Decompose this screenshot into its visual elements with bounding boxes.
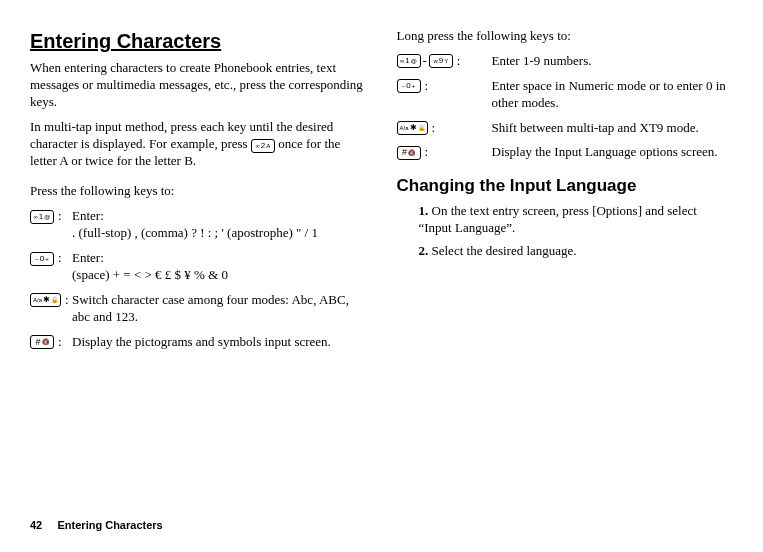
key-0-icon: –0+ <box>30 252 54 266</box>
key-2-icon: ∞2A <box>251 139 275 153</box>
colon: : <box>425 78 429 95</box>
colon: : <box>65 292 69 309</box>
colon: : <box>425 144 429 161</box>
long-row1-label: Enter 1-9 numbers. <box>492 53 734 70</box>
colon: : <box>432 120 436 137</box>
footer-title: Entering Characters <box>58 519 163 531</box>
colon: : <box>58 250 62 267</box>
press-intro: Press the following keys to: <box>30 183 367 200</box>
row2-detail: (space) + = < > € £ $ ¥ % & 0 <box>72 267 367 284</box>
heading-changing-input-language: Changing the Input Language <box>397 175 734 197</box>
key-9-icon: w9Y <box>429 54 453 68</box>
press-row-4: #🔇 : Display the pictograms and symbols … <box>30 334 367 351</box>
row3-label: Switch character case among four modes: … <box>72 292 367 326</box>
long-row2-label: Enter space in Numeric mode or to enter … <box>492 78 734 112</box>
long-row4-label: Display the Input Language options scree… <box>492 144 734 161</box>
long-row-4: #🔇 : Display the Input Language options … <box>397 144 734 161</box>
row2-label: Enter: <box>72 250 367 267</box>
row1-label: Enter: <box>72 208 367 225</box>
key-hash-icon: #🔇 <box>30 335 54 349</box>
colon: : <box>58 334 62 351</box>
long-row-1: ∞1@ - w9Y : Enter 1-9 numbers. <box>397 53 734 70</box>
colon: : <box>58 208 62 225</box>
press-row-2: –0+ : Enter: (space) + = < > € £ $ ¥ % &… <box>30 250 367 284</box>
key-star-icon: A/a✱🔒 <box>397 121 428 135</box>
colon: : <box>457 53 461 70</box>
intro-paragraph-1: When entering characters to create Phone… <box>30 60 367 111</box>
key-1-icon: ∞1@ <box>30 210 54 224</box>
key-star-icon: A/a✱🔒 <box>30 293 61 307</box>
step-1: 1. On the text entry screen, press [Opti… <box>415 203 734 237</box>
page-number: 42 <box>30 519 42 531</box>
long-row3-label: Shift between multi-tap and XT9 mode. <box>492 120 734 137</box>
row1-detail: . (full-stop) , (comma) ? ! : ; ' (apost… <box>72 225 367 242</box>
row4-label: Display the pictograms and symbols input… <box>72 334 367 351</box>
step-2: 2. Select the desired language. <box>415 243 734 260</box>
key-hash-icon: #🔇 <box>397 146 421 160</box>
heading-entering-characters: Entering Characters <box>30 28 367 54</box>
intro-paragraph-2: In multi-tap input method, press each ke… <box>30 119 367 170</box>
long-row-2: –0+ : Enter space in Numeric mode or to … <box>397 78 734 112</box>
key-1-icon: ∞1@ <box>397 54 421 68</box>
press-row-3: A/a✱🔒 : Switch character case among four… <box>30 292 367 326</box>
range-dash: - <box>423 53 427 70</box>
page-footer: 42 Entering Characters <box>30 518 163 532</box>
long-row-3: A/a✱🔒 : Shift between multi-tap and XT9 … <box>397 120 734 137</box>
steps-list: 1. On the text entry screen, press [Opti… <box>397 203 734 260</box>
long-press-intro: Long press the following keys to: <box>397 28 734 45</box>
press-row-1: ∞1@ : Enter: . (full-stop) , (comma) ? !… <box>30 208 367 242</box>
key-0-icon: –0+ <box>397 79 421 93</box>
